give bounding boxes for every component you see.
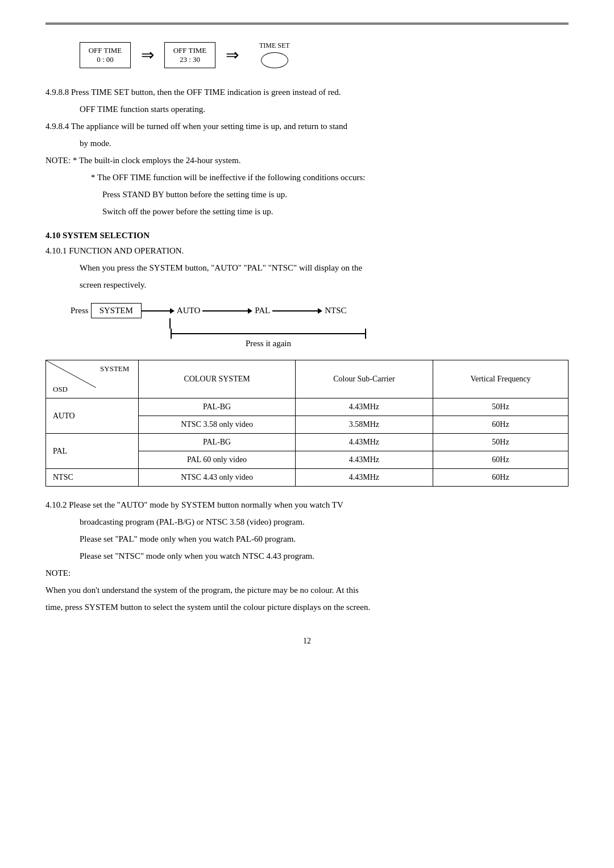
system-table: SYSTEM OSD COLOUR SYSTEM Colour Sub-Carr… (45, 360, 569, 487)
section-title-410: 4.10 SYSTEM SELECTION (45, 231, 569, 240)
flow-line1 (142, 310, 170, 312)
section498-note2: * The OFF TIME function will be ineffect… (45, 171, 569, 184)
section4102-line1: 4.10.2 Please set the "AUTO" mode by SYS… (45, 498, 569, 512)
table-cell-freq1: 50Hz (433, 398, 569, 416)
page-number: 12 (45, 637, 569, 646)
table-cell-pal60: PAL 60 only video (139, 451, 295, 469)
table-cell-freq5: 60Hz (433, 469, 569, 487)
horiz-bottom-line (172, 333, 365, 334)
table-header-subcarrier: Colour Sub-Carrier (295, 360, 433, 398)
table-cell-auto: AUTO (46, 398, 139, 434)
table-cell-freq3: 50Hz (433, 434, 569, 451)
section410-desc: When you press the SYSTEM button, "AUTO"… (45, 261, 569, 275)
section410-subtitle: 4.10.1 FUNCTION AND OPERATION. (45, 244, 569, 258)
section4102-note1: When you don't understand the system of … (45, 583, 569, 597)
off-time-box1: OFF TIME 0 : 00 (80, 42, 131, 68)
off-time-value1: 0 : 00 (88, 55, 122, 64)
table-row: NTSC NTSC 4.43 only video 4.43MHz 60Hz (46, 469, 569, 487)
off-time-box2: OFF TIME 23 : 30 (164, 42, 215, 68)
press-again-wrapper: Press it again (159, 318, 569, 348)
flow-ntsc-label: NTSC (325, 306, 346, 315)
table-header-diag: SYSTEM OSD (46, 360, 139, 398)
table-cell-sub2: 3.58MHz (295, 416, 433, 434)
flow-system-label: SYSTEM (99, 306, 133, 315)
section4102-note-label: NOTE: (45, 566, 569, 580)
section498-item4: 4.9.8.4 The appliance will be turned off… (45, 119, 569, 133)
table-cell-ntsc: NTSC (46, 469, 139, 487)
table-header-vertfreq: Vertical Frequency (433, 360, 569, 398)
system-flow-diagram: Press SYSTEM AUTO PAL NTSC Pr (68, 303, 569, 348)
table-cell-sub1: 4.43MHz (295, 398, 433, 416)
table-cell-freq4: 60Hz (433, 451, 569, 469)
bottom-row (171, 329, 366, 339)
section498-note2-sub1: Press STAND BY button before the setting… (45, 188, 569, 201)
flow-system-box: SYSTEM (91, 303, 142, 318)
section410-desc2: screen respectively. (45, 278, 569, 292)
table-row: AUTO PAL-BG 4.43MHz 50Hz (46, 398, 569, 416)
press-again-bottom: Press it again (171, 318, 366, 348)
section4102-line3: Please set "PAL" mode only when you watc… (45, 532, 569, 546)
off-time-label2: OFF TIME (173, 46, 207, 55)
flow-pal-label: PAL (255, 306, 270, 315)
section4102-note2: time, press SYSTEM button to select the … (45, 600, 569, 614)
arrow1: ⇒ (141, 47, 154, 63)
flow-auto-label: AUTO (177, 306, 200, 315)
flow-line3 (272, 310, 318, 312)
table-cell-ntsc443: NTSC 4.43 only video (139, 469, 295, 487)
section4102-line2: broadcasting program (PAL-B/G) or NTSC 3… (45, 515, 569, 529)
diagram-section: OFF TIME 0 : 00 ⇒ OFF TIME 23 : 30 ⇒ TIM… (45, 41, 569, 68)
arrow2: ⇒ (226, 47, 239, 63)
top-border (45, 23, 569, 24)
flow-line2 (202, 310, 248, 312)
table-cell-ntsc358: NTSC 3.58 only video (139, 416, 295, 434)
vert-line-right (365, 329, 366, 339)
flow-press-label: Press (70, 306, 89, 315)
spacer (171, 318, 366, 329)
flow-arrow3 (318, 308, 322, 314)
table-header-colour: COLOUR SYSTEM (139, 360, 295, 398)
table-cell-freq2: 60Hz (433, 416, 569, 434)
section498-item8: 4.9.8.8 Press TIME SET button, then the … (45, 85, 569, 99)
section498-item8-sub: OFF TIME function starts operating. (45, 102, 569, 116)
press-again-label-row: Press it again (171, 339, 366, 348)
time-set-label: TIME SET (259, 41, 290, 50)
table-cell-palbg2: PAL-BG (139, 434, 295, 451)
flow-arrow1 (170, 308, 175, 314)
press-again-left (159, 318, 171, 348)
table-cell-palbg1: PAL-BG (139, 398, 295, 416)
table-row: PAL PAL-BG 4.43MHz 50Hz (46, 434, 569, 451)
section498-note2-sub2: Switch off the power before the setting … (45, 205, 569, 218)
section4102-line4: Please set "NTSC" mode only when you wat… (45, 549, 569, 563)
off-time-value2: 23 : 30 (173, 55, 207, 64)
press-again-label: Press it again (246, 339, 291, 348)
table-cell-sub5: 4.43MHz (295, 469, 433, 487)
section498-item4-sub: by mode. (45, 136, 569, 150)
table-cell-sub4: 4.43MHz (295, 451, 433, 469)
table-header-row: SYSTEM OSD COLOUR SYSTEM Colour Sub-Carr… (46, 360, 569, 398)
system-label-diag: SYSTEM (53, 364, 131, 373)
table-cell-pal: PAL (46, 434, 139, 469)
osd-label-diag: OSD (53, 373, 131, 394)
time-set-oval (261, 52, 288, 68)
table-cell-sub3: 4.43MHz (295, 434, 433, 451)
flow-arrow2 (248, 308, 252, 314)
time-set-group: TIME SET (259, 41, 290, 68)
off-time-label1: OFF TIME (88, 46, 122, 55)
section498-note1: NOTE: * The built-in clock employs the 2… (45, 153, 569, 167)
flow-main-row: Press SYSTEM AUTO PAL NTSC (68, 303, 569, 318)
